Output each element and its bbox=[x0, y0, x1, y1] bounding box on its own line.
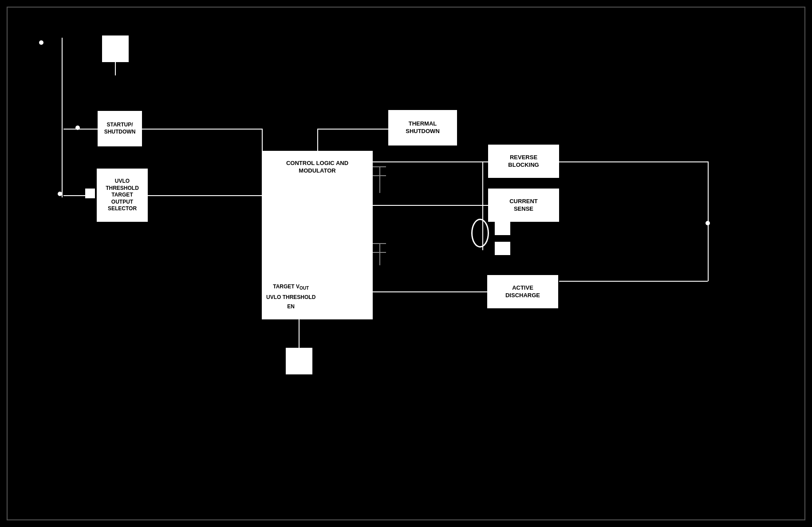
diagram-border bbox=[7, 7, 805, 520]
